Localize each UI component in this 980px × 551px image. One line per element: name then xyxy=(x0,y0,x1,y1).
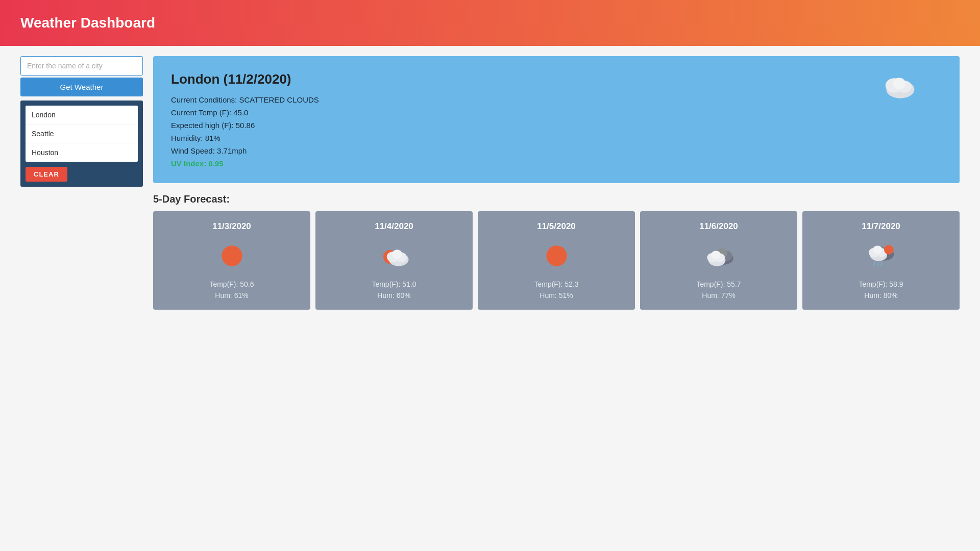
forecast-icon-sun xyxy=(216,242,247,270)
forecast-temp: Temp(F): 52.3 xyxy=(534,280,578,288)
forecast-date: 11/3/2020 xyxy=(212,221,251,232)
svg-point-18 xyxy=(711,251,721,259)
svg-line-27 xyxy=(877,262,879,266)
expected-high: Expected high (F): 50.86 xyxy=(171,121,942,130)
current-weather-card: London (11/2/2020) Current Conditions: S… xyxy=(153,56,960,183)
svg-point-9 xyxy=(392,249,402,259)
forecast-card: 11/5/2020 Temp(F): 52.3Hum: 51% xyxy=(478,211,635,310)
forecast-humidity: Hum: 80% xyxy=(864,291,897,299)
current-temp: Current Temp (F): 45.0 xyxy=(171,108,942,117)
humidity: Humidity: 81% xyxy=(171,134,942,142)
forecast-date: 11/7/2020 xyxy=(862,221,900,232)
forecast-card: 11/4/2020 Temp(F): 51.0Hum: 60% xyxy=(315,211,473,310)
svg-line-26 xyxy=(874,262,875,266)
scattered-cloud-icon xyxy=(878,71,919,99)
forecast-date: 11/6/2020 xyxy=(699,221,738,232)
forecast-temp: Temp(F): 50.6 xyxy=(209,280,254,288)
clear-button[interactable]: CLEAR xyxy=(26,167,67,182)
main-content: Get Weather LondonSeattleHouston CLEAR L… xyxy=(0,46,980,320)
forecast-card: 11/3/2020 Temp(F): 50.6Hum: 61% xyxy=(153,211,310,310)
forecast-card: 11/7/2020 Temp(F): 58.9Hum: 80% xyxy=(802,211,960,310)
get-weather-button[interactable]: Get Weather xyxy=(20,78,143,96)
city-list-item[interactable]: London xyxy=(26,106,138,124)
svg-point-10 xyxy=(546,245,567,266)
forecast-icon-sun xyxy=(541,242,572,270)
svg-point-3 xyxy=(893,78,905,89)
city-search-input[interactable] xyxy=(20,56,143,76)
right-panel: London (11/2/2020) Current Conditions: S… xyxy=(153,56,960,310)
forecast-humidity: Hum: 61% xyxy=(215,291,248,299)
forecast-humidity: Hum: 60% xyxy=(377,291,410,299)
forecast-cards: 11/3/2020 Temp(F): 50.6Hum: 61%11/4/2020… xyxy=(153,211,960,310)
city-list: LondonSeattleHouston xyxy=(26,106,138,162)
current-city-title: London (11/2/2020) xyxy=(171,71,942,87)
wind-speed: Wind Speed: 3.71mph xyxy=(171,146,942,155)
forecast-icon-partly-cloudy xyxy=(379,242,409,270)
current-conditions: Current Conditions: SCATTERED CLOUDS xyxy=(171,95,942,104)
forecast-icon-cloudy xyxy=(703,242,734,270)
forecast-title: 5-Day Forecast: xyxy=(153,193,960,205)
city-list-item[interactable]: Houston xyxy=(26,143,138,162)
forecast-humidity: Hum: 51% xyxy=(540,291,573,299)
app-title: Weather Dashboard xyxy=(20,15,155,31)
svg-point-25 xyxy=(884,245,894,255)
svg-point-4 xyxy=(222,245,242,266)
city-list-container: LondonSeattleHouston CLEAR xyxy=(20,101,143,187)
svg-line-28 xyxy=(880,263,882,266)
app-header: Weather Dashboard xyxy=(0,0,980,46)
forecast-date: 11/5/2020 xyxy=(537,221,576,232)
svg-point-24 xyxy=(873,246,883,254)
forecast-temp: Temp(F): 51.0 xyxy=(372,280,416,288)
forecast-card: 11/6/2020 Temp(F): 55.7Hum: 77% xyxy=(640,211,797,310)
forecast-humidity: Hum: 77% xyxy=(702,291,735,299)
forecast-temp: Temp(F): 55.7 xyxy=(696,280,741,288)
forecast-icon-rainy xyxy=(866,242,896,270)
city-list-item[interactable]: Seattle xyxy=(26,124,138,143)
forecast-date: 11/4/2020 xyxy=(375,221,413,232)
forecast-temp: Temp(F): 58.9 xyxy=(859,280,903,288)
uv-index: UV Index: 0.95 xyxy=(171,159,942,168)
left-panel: Get Weather LondonSeattleHouston CLEAR xyxy=(20,56,143,310)
